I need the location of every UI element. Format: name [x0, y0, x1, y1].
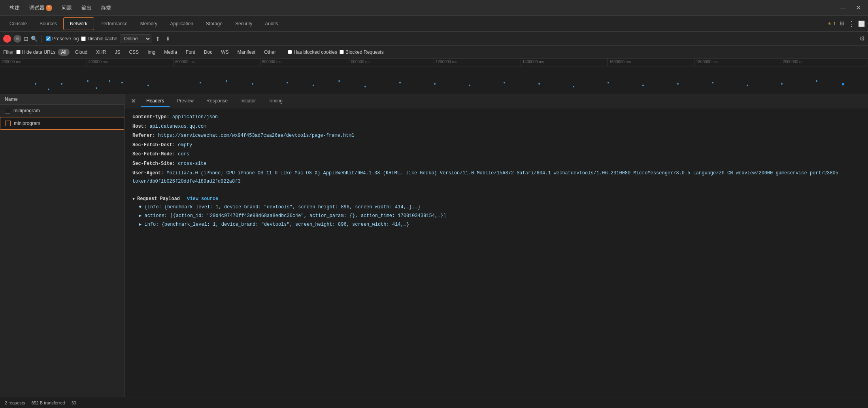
headers-content: content-type: application/json Host: api… [125, 108, 868, 192]
toolbar-divider [42, 35, 42, 43]
blocked-cookies-label[interactable]: Has blocked cookies [288, 49, 337, 55]
filter-tag-js[interactable]: JS [111, 49, 123, 56]
warning-count: 1 [833, 21, 836, 26]
blocked-requests-label[interactable]: Blocked Requests [340, 49, 384, 55]
details-tab-bar: ✕ Headers Preview Response Initiator Tim… [125, 94, 868, 108]
search-icon[interactable]: 🔍 [31, 36, 38, 42]
details-tab-response[interactable]: Response [201, 96, 233, 107]
status-bar: 2 requests 852 B transferred 30 [0, 397, 868, 408]
tick-5: 1200000 ms [434, 59, 521, 66]
details-tab-preview[interactable]: Preview [171, 96, 199, 107]
tick-8: 1800000 ms [694, 59, 781, 66]
preserve-log-checkbox[interactable] [46, 36, 51, 41]
network-toolbar: ⊘ ⊟ 🔍 Preserve log Disable cache Online … [0, 32, 868, 46]
record-button[interactable] [3, 35, 11, 43]
payload-triangle-icon: ▼ [132, 196, 135, 203]
more-icon[interactable]: ⋮ [848, 19, 855, 28]
tab-storage[interactable]: Storage [200, 18, 229, 30]
request-name-1: miniprogram [13, 108, 40, 113]
close-button[interactable]: ✕ [853, 3, 863, 12]
filter-icon[interactable]: ⊟ [24, 36, 28, 42]
payload-section: ▼ Request Payload view source ▼ {info: {… [125, 192, 868, 232]
menu-debugger[interactable]: 调试器 1 [25, 3, 57, 13]
filter-tag-other[interactable]: Other [261, 49, 279, 56]
filter-tag-doc[interactable]: Doc [201, 49, 215, 56]
details-tab-timing[interactable]: Timing [263, 96, 288, 107]
details-tab-headers[interactable]: Headers [141, 96, 170, 107]
import-icon[interactable]: ⬆ [154, 35, 162, 43]
details-panel: ✕ Headers Preview Response Initiator Tim… [125, 94, 868, 397]
tick-7: 1600000 ms [608, 59, 694, 66]
filter-label: Filter [3, 49, 14, 55]
filter-tag-img[interactable]: Img [144, 49, 159, 56]
export-icon[interactable]: ⬇ [164, 35, 172, 43]
debugger-badge: 1 [46, 5, 52, 11]
timeline-canvas [0, 66, 868, 94]
filter-bar: Filter Hide data URLs All Cloud XHR JS C… [0, 46, 868, 59]
request-name-2: miniprogram [14, 121, 40, 126]
clear-button[interactable]: ⊘ [13, 35, 21, 43]
tab-sources[interactable]: Sources [33, 18, 63, 30]
tick-3: 800000 ms [260, 59, 347, 66]
filter-tag-cloud[interactable]: Cloud [72, 49, 91, 56]
disable-cache-label[interactable]: Disable cache [81, 36, 117, 42]
tab-security[interactable]: Security [229, 18, 259, 30]
tick-1: 400000 ms [87, 59, 174, 66]
request-item-1[interactable]: miniprogram [0, 105, 124, 117]
top-menu-bar: 构建 调试器 1 问题 输出 终端 — ✕ [0, 0, 868, 16]
tab-performance[interactable]: Performance [94, 18, 134, 30]
filter-tag-manifest[interactable]: Manifest [234, 49, 259, 56]
filter-tag-xhr[interactable]: XHR [93, 49, 109, 56]
filter-tag-css[interactable]: CSS [126, 49, 142, 56]
tick-9: 2000000 m [781, 59, 868, 66]
filter-tag-all[interactable]: All [58, 49, 69, 56]
settings-icon[interactable]: ⚙ [859, 35, 865, 42]
timeline-area: 200000 ms 400000 ms 600000 ms 800000 ms … [0, 59, 868, 94]
request-list-header: Name [0, 94, 124, 105]
warning-icon: ⚠ [827, 21, 832, 26]
view-source-link[interactable]: view source [187, 195, 218, 204]
menu-issues[interactable]: 问题 [57, 3, 77, 13]
payload-line-0: ▼ {info: {benchmark_level: 1, device_bra… [139, 203, 860, 212]
details-tab-initiator[interactable]: Initiator [235, 96, 261, 107]
filter-tag-ws[interactable]: WS [218, 49, 232, 56]
preserve-log-label[interactable]: Preserve log [46, 36, 79, 42]
payload-line-1: ▶ actions: [{action_id: "29d4c97470ff43e… [139, 212, 860, 221]
request-icon-1 [5, 108, 10, 113]
tick-4: 1000000 ms [347, 59, 434, 66]
settings-icon[interactable]: ⚙ [839, 20, 845, 27]
tab-network[interactable]: Network [63, 17, 94, 30]
request-list: Name miniprogram miniprogram [0, 94, 125, 397]
tab-console[interactable]: Console [3, 18, 33, 30]
header-sec-fetch-mode: Sec-Fetch-Mode: cors [132, 150, 860, 159]
request-item-2[interactable]: miniprogram [0, 117, 124, 130]
disable-cache-checkbox[interactable] [81, 36, 86, 41]
tick-2: 600000 ms [174, 59, 260, 66]
filter-tag-media[interactable]: Media [161, 49, 180, 56]
menu-output[interactable]: 输出 [77, 3, 96, 13]
tick-6: 1400000 ms [521, 59, 608, 66]
header-sec-fetch-site: Sec-Fetch-Site: cross-site [132, 160, 860, 168]
hide-data-urls-checkbox[interactable] [16, 50, 21, 54]
minimize-button[interactable]: — [838, 4, 849, 12]
header-referer: Referer: https://servicewechat.com/wx94f… [132, 132, 860, 140]
tab-application[interactable]: Application [164, 18, 200, 30]
tick-0: 200000 ms [0, 59, 87, 66]
header-user-agent: User-Agent: Mozilla/5.0 (iPhone; CPU iPh… [132, 169, 860, 186]
menu-terminal[interactable]: 终端 [96, 3, 116, 13]
hide-data-urls-label[interactable]: Hide data URLs [16, 49, 56, 55]
tab-memory[interactable]: Memory [134, 18, 164, 30]
warning-badge: ⚠ 1 [827, 21, 836, 26]
header-host: Host: api.datanexus.qq.com [132, 123, 860, 131]
timeline-ruler: 200000 ms 400000 ms 600000 ms 800000 ms … [0, 59, 868, 66]
network-throttle-select[interactable]: Online Fast 3G Slow 3G Offline [120, 34, 151, 43]
filter-tag-font[interactable]: Font [183, 49, 198, 56]
dock-icon[interactable]: ⬜ [858, 21, 865, 27]
has-blocked-cookies-checkbox[interactable] [288, 50, 292, 54]
tab-audits[interactable]: Audits [259, 18, 284, 30]
blocked-requests-checkbox[interactable] [340, 50, 344, 54]
details-close-button[interactable]: ✕ [128, 96, 139, 106]
payload-line-2: ▶ info: {benchmark_level: 1, device_bran… [139, 221, 860, 229]
menu-build[interactable]: 构建 [5, 3, 25, 13]
payload-title[interactable]: ▼ Request Payload view source [132, 195, 860, 204]
